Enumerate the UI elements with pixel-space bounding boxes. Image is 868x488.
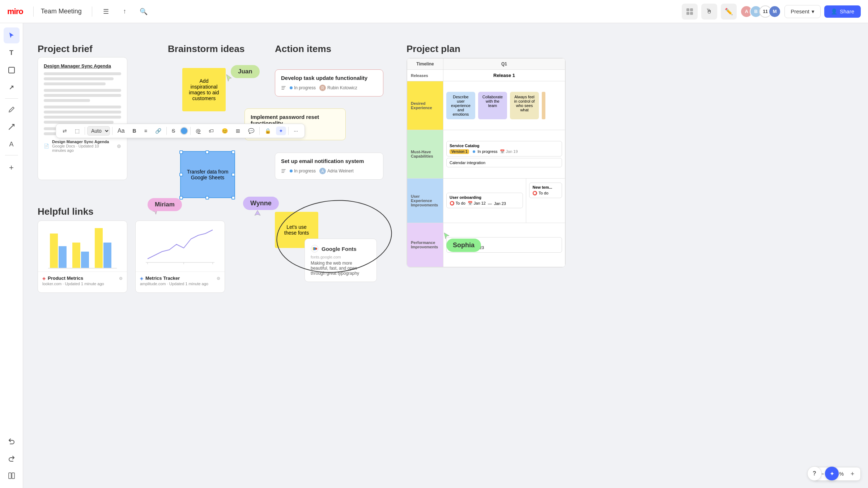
ctx-align-btn[interactable]: ≡ bbox=[141, 127, 150, 135]
doc-footer-label: Design Manager Sync Agenda bbox=[52, 140, 114, 144]
new-tem-card[interactable]: New tem... ⭕ To do bbox=[529, 183, 562, 198]
separator2 bbox=[5, 155, 18, 155]
card-extra bbox=[542, 92, 545, 119]
user-onboarding-cell: User onboarding ⭕ To do 📅 Jan 12 — Jan 2… bbox=[443, 179, 526, 223]
handle-bl[interactable] bbox=[179, 196, 183, 200]
search-icon[interactable]: 🔍 bbox=[137, 5, 150, 18]
redo-tool[interactable] bbox=[4, 450, 20, 466]
card-collaborate[interactable]: Collaborate with the team bbox=[478, 92, 507, 119]
zoom-in-button[interactable]: + bbox=[846, 467, 859, 480]
ctx-mention-btn[interactable]: @̲ bbox=[193, 127, 204, 135]
mt-overflow[interactable]: ⊚ bbox=[217, 276, 220, 281]
pm-overflow[interactable]: ⊚ bbox=[119, 276, 123, 281]
action-list-icon-3 bbox=[281, 168, 286, 174]
jan19-date: 📅 Jan 19 bbox=[500, 149, 518, 154]
ctx-lock-btn[interactable]: 🔒 bbox=[262, 127, 274, 135]
product-metrics-label: Product Metrics bbox=[48, 275, 83, 281]
link-tool[interactable] bbox=[4, 80, 20, 95]
avatar-main: M bbox=[769, 5, 781, 18]
ctx-emoji-btn[interactable]: 😊 bbox=[219, 127, 231, 135]
user-onboarding-card[interactable]: User onboarding ⭕ To do 📅 Jan 12 — Jan 2… bbox=[446, 193, 523, 208]
divider1 bbox=[33, 7, 34, 17]
ctx-bold-btn[interactable]: B bbox=[130, 127, 139, 135]
metrics-tracker-card[interactable]: ◈ Metrics Tracker ⊚ amplitude.com · Upda… bbox=[135, 221, 225, 293]
doc-line10 bbox=[44, 121, 114, 124]
handle-tl[interactable] bbox=[179, 150, 183, 154]
action-meta-1: In progress R Rubin Kotowicz bbox=[281, 85, 377, 91]
doc-overflow-icon[interactable]: ⊚ bbox=[117, 143, 121, 149]
ctx-div5 bbox=[259, 127, 260, 135]
doc-card[interactable]: Design Manager Sync Agenda 📄 Design Mana… bbox=[38, 57, 127, 180]
cursor-tool[interactable] bbox=[4, 27, 20, 43]
ctx-font-size[interactable]: Auto bbox=[87, 126, 110, 136]
board-title: Team Meeting bbox=[41, 8, 82, 15]
present-button[interactable]: Present ▾ bbox=[784, 5, 821, 18]
pages-tool[interactable] bbox=[4, 468, 20, 484]
export-icon[interactable]: ↑ bbox=[118, 5, 131, 18]
ctx-frame-btn[interactable]: ⬚ bbox=[72, 127, 82, 135]
assignee-avatar-1: R bbox=[319, 85, 326, 91]
handle-tm[interactable] bbox=[205, 150, 209, 154]
handle-bm[interactable] bbox=[205, 196, 209, 200]
doc-line2 bbox=[44, 77, 114, 80]
handle-br[interactable] bbox=[231, 196, 235, 200]
font-tool[interactable]: A bbox=[4, 136, 20, 152]
service-catalog-card[interactable]: Service Catalog Version 1 In progress 📅 … bbox=[446, 141, 562, 157]
releases-header: Releases bbox=[407, 70, 443, 81]
ctx-comment-btn[interactable]: 💬 bbox=[245, 127, 257, 135]
ctx-more-btn[interactable]: ··· bbox=[291, 127, 301, 135]
ctx-font-btn[interactable]: Aa bbox=[115, 126, 128, 136]
sticky-add-images[interactable]: Add inspirational images to aid customer… bbox=[182, 68, 226, 111]
card-describe[interactable]: Describe user experience and emotions bbox=[446, 92, 475, 119]
pen-tool[interactable] bbox=[4, 102, 20, 117]
action-assignee-1: R Rubin Kotowicz bbox=[319, 85, 357, 91]
cursor-icon[interactable]: 🖱 bbox=[701, 4, 717, 20]
action-item-1[interactable]: Develop task update functionality In pro… bbox=[275, 69, 383, 97]
user-exp-header: User Experience Improvements bbox=[407, 179, 443, 223]
ctx-ai-btn[interactable]: ✦ bbox=[276, 127, 286, 135]
plan-table: Timeline Q1 Releases Release 1 Desired E… bbox=[407, 58, 565, 267]
card-control[interactable]: Always feel in control of who sees what bbox=[510, 92, 539, 119]
ai-button[interactable]: ✦ bbox=[825, 466, 839, 481]
must-have-cell: Service Catalog Version 1 In progress 📅 … bbox=[443, 130, 565, 179]
sticky-transfer-data[interactable]: Transfer data from Google Sheets bbox=[181, 152, 234, 197]
doc-line7 bbox=[44, 106, 121, 108]
plus-tool[interactable]: + bbox=[4, 160, 20, 176]
pen-icon[interactable]: ✏️ bbox=[721, 4, 737, 20]
canvas[interactable]: ⇄ ⬚ Auto Aa B ≡ 🔗 S @̲ 🏷 😊 ⊞ 💬 🔒 ✦ ··· P… bbox=[23, 23, 868, 488]
menu-icon[interactable]: ☰ bbox=[99, 5, 112, 18]
share-button[interactable]: 👤 Share bbox=[824, 5, 861, 18]
status-dot-1 bbox=[290, 86, 293, 89]
arrow-tool[interactable] bbox=[4, 119, 20, 135]
svg-rect-3 bbox=[690, 12, 693, 15]
ctx-tag-btn[interactable]: 🏷 bbox=[206, 127, 217, 135]
action-item-3[interactable]: Set up email notification system In prog… bbox=[275, 153, 383, 180]
help-button[interactable]: ? bbox=[807, 466, 822, 481]
svg-rect-8 bbox=[59, 246, 67, 268]
status-dot-sc bbox=[473, 150, 475, 153]
miro-logo: miro bbox=[7, 7, 23, 16]
sticky-tool[interactable] bbox=[4, 62, 20, 78]
apps-button[interactable] bbox=[682, 4, 698, 20]
handle-tr[interactable] bbox=[231, 150, 235, 154]
text-tool[interactable]: T bbox=[4, 45, 20, 61]
desired-exp-header: Desired Experience bbox=[407, 81, 443, 130]
svg-rect-11 bbox=[95, 228, 103, 268]
calendar-int-card[interactable]: Calendar integration bbox=[446, 158, 562, 167]
ctx-link-btn[interactable]: 🔗 bbox=[152, 127, 164, 135]
action-status-1: In progress bbox=[290, 85, 316, 90]
handle-mr[interactable] bbox=[231, 173, 235, 176]
product-metrics-meta: looker.com · Updated 1 minute ago bbox=[42, 282, 123, 286]
product-metrics-card[interactable]: ◈ Product Metrics ⊚ looker.com · Updated… bbox=[38, 221, 127, 293]
ctx-color-picker[interactable] bbox=[180, 127, 188, 135]
handle-ml[interactable] bbox=[179, 173, 183, 176]
google-fonts-card[interactable]: Google Fonts fonts.google.com Making the… bbox=[305, 239, 377, 282]
doc-line9 bbox=[44, 116, 121, 119]
doc-footer-meta: Google Docs · Updated 10 minutes ago bbox=[52, 144, 114, 153]
ctx-div4 bbox=[190, 127, 191, 135]
topbar-right: 🖱 ✏️ A B 11 M Present ▾ 👤 Share bbox=[682, 4, 861, 20]
ctx-table-btn[interactable]: ⊞ bbox=[233, 127, 243, 135]
ctx-move-btn[interactable]: ⇄ bbox=[60, 127, 70, 135]
ctx-strike-btn[interactable]: S bbox=[169, 127, 178, 135]
undo-tool[interactable] bbox=[4, 433, 20, 449]
